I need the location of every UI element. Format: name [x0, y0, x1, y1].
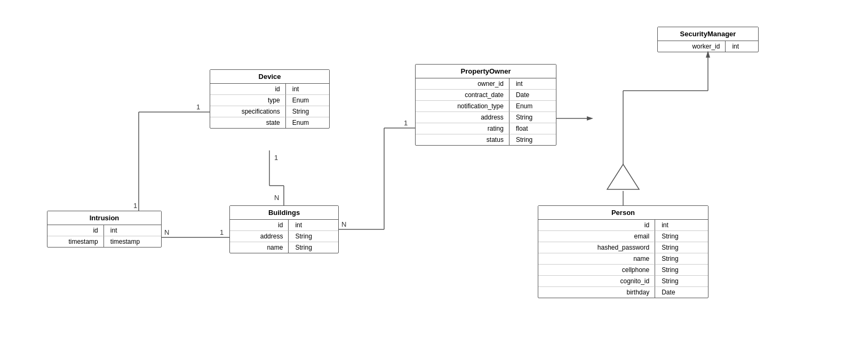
- arrow-propertyowner-person: [587, 116, 593, 121]
- cell-notification-type-type: Enum: [509, 101, 556, 112]
- table-property-owner: PropertyOwner owner_id int contract_date…: [415, 64, 556, 146]
- table-row: type Enum: [210, 95, 329, 106]
- cell-person-cellphone-name: cellphone: [538, 265, 655, 276]
- cell-buildings-address-type: String: [289, 231, 338, 242]
- cell-buildings-id-name: id: [230, 220, 289, 231]
- cell-buildings-name-name: name: [230, 242, 289, 253]
- table-row: owner_id int: [416, 78, 556, 90]
- table-body-person: id int email String hashed_password Stri…: [538, 220, 708, 298]
- table-header-person: Person: [538, 206, 708, 220]
- cell-contract-date-type: Date: [509, 90, 556, 101]
- cell-person-email-name: email: [538, 231, 655, 242]
- cell-person-birthday-type: Date: [655, 287, 708, 298]
- relation-label-intrusion-n: N: [164, 228, 169, 236]
- cell-intrusion-timestamp-name: timestamp: [47, 236, 104, 247]
- cell-owner-id-type: int: [509, 78, 556, 90]
- cell-worker-id-name: worker_id: [658, 41, 726, 52]
- cell-state-type: Enum: [286, 117, 329, 128]
- table-body-intrusion: id int timestamp timestamp: [47, 225, 161, 247]
- cell-intrusion-id-name: id: [47, 225, 104, 236]
- table-row: birthday Date: [538, 287, 708, 298]
- relation-label-buildings-n: N: [341, 220, 346, 228]
- cell-person-id-name: id: [538, 220, 655, 231]
- table-row: id int: [538, 220, 708, 231]
- relation-label-device-intrusion-1-bottom: 1: [133, 202, 137, 210]
- cell-contract-date-name: contract_date: [416, 90, 509, 101]
- cell-buildings-address-name: address: [230, 231, 289, 242]
- table-header-device: Device: [210, 70, 329, 84]
- table-row: id int: [47, 225, 161, 236]
- table-row: status String: [416, 134, 556, 145]
- cell-intrusion-id-type: int: [104, 225, 161, 236]
- table-security-manager: SecurityManager worker_id int: [657, 27, 759, 52]
- table-body-buildings: id int address String name String: [230, 220, 338, 253]
- table-row: rating float: [416, 123, 556, 134]
- cell-rating-name: rating: [416, 123, 509, 134]
- table-device: Device id int type Enum specifications S…: [210, 69, 330, 129]
- cell-person-name-type: String: [655, 253, 708, 265]
- cell-address-name: address: [416, 112, 509, 123]
- table-body-security-manager: worker_id int: [658, 41, 758, 52]
- table-header-security-manager: SecurityManager: [658, 27, 758, 41]
- table-header-buildings: Buildings: [230, 206, 338, 220]
- cell-buildings-id-type: int: [289, 220, 338, 231]
- table-header-property-owner: PropertyOwner: [416, 65, 556, 78]
- table-buildings: Buildings id int address String name Str…: [229, 205, 339, 253]
- cell-worker-id-type: int: [726, 41, 758, 52]
- cell-intrusion-timestamp-type: timestamp: [104, 236, 161, 247]
- table-header-intrusion: Intrusion: [47, 211, 161, 225]
- diagram-container: SecurityManager worker_id int PropertyOw…: [0, 0, 868, 359]
- table-row: timestamp timestamp: [47, 236, 161, 247]
- relation-label-device-n: N: [274, 194, 279, 202]
- cell-type-type: Enum: [286, 95, 329, 106]
- cell-person-hashed-password-name: hashed_password: [538, 242, 655, 253]
- cell-specifications-type: String: [286, 106, 329, 117]
- cell-person-hashed-password-type: String: [655, 242, 708, 253]
- table-row: id int: [210, 84, 329, 95]
- table-intrusion: Intrusion id int timestamp timestamp: [47, 211, 162, 248]
- relation-label-device-intrusion-1-top: 1: [196, 103, 200, 111]
- cell-status-name: status: [416, 134, 509, 145]
- relation-label-intrusion-1: 1: [220, 228, 224, 236]
- cell-person-cognito-id-name: cognito_id: [538, 276, 655, 287]
- cell-person-cognito-id-type: String: [655, 276, 708, 287]
- relation-label-propertyowner-1: 1: [404, 119, 408, 127]
- cell-person-birthday-name: birthday: [538, 287, 655, 298]
- cell-person-email-type: String: [655, 231, 708, 242]
- table-body-device: id int type Enum specifications String s…: [210, 84, 329, 128]
- cell-buildings-name-type: String: [289, 242, 338, 253]
- cell-status-type: String: [509, 134, 556, 145]
- table-row: name String: [538, 253, 708, 265]
- cell-id-name: id: [210, 84, 286, 95]
- table-person: Person id int email String hashed_passwo…: [538, 205, 708, 298]
- cell-person-cellphone-type: String: [655, 265, 708, 276]
- table-row: cellphone String: [538, 265, 708, 276]
- table-row: contract_date Date: [416, 90, 556, 101]
- cell-type-name: type: [210, 95, 286, 106]
- cell-notification-type-name: notification_type: [416, 101, 509, 112]
- table-row: email String: [538, 231, 708, 242]
- connections-svg: 1 N N 1 1 1 N 1: [0, 0, 868, 359]
- cell-person-name-name: name: [538, 253, 655, 265]
- cell-state-name: state: [210, 117, 286, 128]
- table-row: state Enum: [210, 117, 329, 128]
- table-row: address String: [416, 112, 556, 123]
- cell-rating-type: float: [509, 123, 556, 134]
- table-row: cognito_id String: [538, 276, 708, 287]
- table-row: specifications String: [210, 106, 329, 117]
- cell-owner-id-name: owner_id: [416, 78, 509, 90]
- table-row: hashed_password String: [538, 242, 708, 253]
- table-row: address String: [230, 231, 338, 242]
- table-body-property-owner: owner_id int contract_date Date notifica…: [416, 78, 556, 145]
- cell-specifications-name: specifications: [210, 106, 286, 117]
- table-row: notification_type Enum: [416, 101, 556, 112]
- cell-person-id-type: int: [655, 220, 708, 231]
- cell-address-type: String: [509, 112, 556, 123]
- inheritance-triangle: [607, 164, 639, 189]
- table-row: id int: [230, 220, 338, 231]
- table-row: worker_id int: [658, 41, 758, 52]
- cell-id-type: int: [286, 84, 329, 95]
- relation-label-device-1: 1: [274, 154, 278, 162]
- table-row: name String: [230, 242, 338, 253]
